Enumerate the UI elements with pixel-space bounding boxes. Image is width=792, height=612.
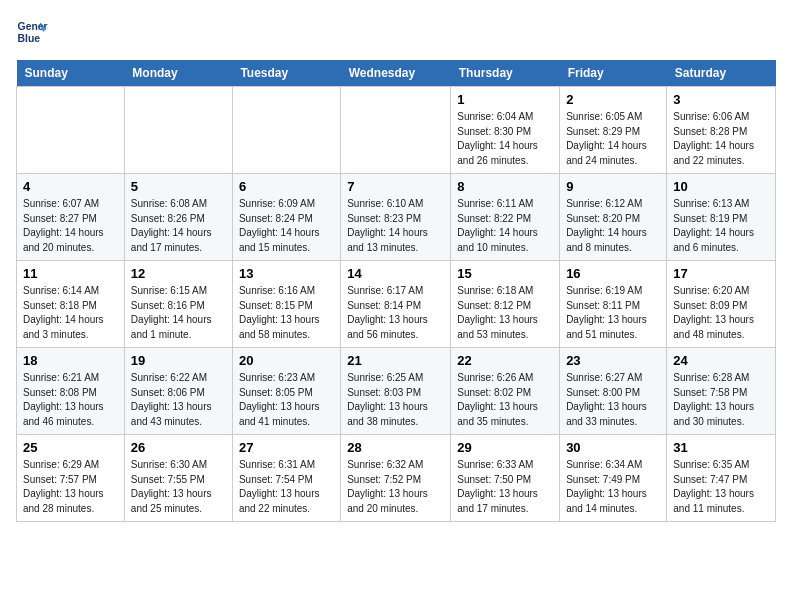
calendar-cell: 20Sunrise: 6:23 AM Sunset: 8:05 PM Dayli… (232, 348, 340, 435)
weekday-header-wednesday: Wednesday (341, 60, 451, 87)
day-info: Sunrise: 6:30 AM Sunset: 7:55 PM Dayligh… (131, 458, 226, 516)
week-row-5: 25Sunrise: 6:29 AM Sunset: 7:57 PM Dayli… (17, 435, 776, 522)
calendar-cell: 28Sunrise: 6:32 AM Sunset: 7:52 PM Dayli… (341, 435, 451, 522)
svg-text:Blue: Blue (18, 33, 41, 44)
calendar-cell: 9Sunrise: 6:12 AM Sunset: 8:20 PM Daylig… (560, 174, 667, 261)
day-info: Sunrise: 6:29 AM Sunset: 7:57 PM Dayligh… (23, 458, 118, 516)
day-number: 24 (673, 353, 769, 368)
day-number: 5 (131, 179, 226, 194)
day-number: 22 (457, 353, 553, 368)
weekday-header-tuesday: Tuesday (232, 60, 340, 87)
calendar-cell: 11Sunrise: 6:14 AM Sunset: 8:18 PM Dayli… (17, 261, 125, 348)
calendar-cell: 14Sunrise: 6:17 AM Sunset: 8:14 PM Dayli… (341, 261, 451, 348)
calendar-cell: 3Sunrise: 6:06 AM Sunset: 8:28 PM Daylig… (667, 87, 776, 174)
day-number: 25 (23, 440, 118, 455)
calendar-cell: 22Sunrise: 6:26 AM Sunset: 8:02 PM Dayli… (451, 348, 560, 435)
day-info: Sunrise: 6:13 AM Sunset: 8:19 PM Dayligh… (673, 197, 769, 255)
day-number: 27 (239, 440, 334, 455)
day-info: Sunrise: 6:25 AM Sunset: 8:03 PM Dayligh… (347, 371, 444, 429)
day-info: Sunrise: 6:33 AM Sunset: 7:50 PM Dayligh… (457, 458, 553, 516)
calendar-cell: 29Sunrise: 6:33 AM Sunset: 7:50 PM Dayli… (451, 435, 560, 522)
day-number: 8 (457, 179, 553, 194)
calendar-cell: 27Sunrise: 6:31 AM Sunset: 7:54 PM Dayli… (232, 435, 340, 522)
day-number: 6 (239, 179, 334, 194)
weekday-header-thursday: Thursday (451, 60, 560, 87)
header: General Blue (16, 16, 776, 48)
day-info: Sunrise: 6:26 AM Sunset: 8:02 PM Dayligh… (457, 371, 553, 429)
calendar-cell: 13Sunrise: 6:16 AM Sunset: 8:15 PM Dayli… (232, 261, 340, 348)
day-info: Sunrise: 6:27 AM Sunset: 8:00 PM Dayligh… (566, 371, 660, 429)
day-number: 21 (347, 353, 444, 368)
calendar-cell: 16Sunrise: 6:19 AM Sunset: 8:11 PM Dayli… (560, 261, 667, 348)
calendar-cell: 8Sunrise: 6:11 AM Sunset: 8:22 PM Daylig… (451, 174, 560, 261)
calendar-cell: 6Sunrise: 6:09 AM Sunset: 8:24 PM Daylig… (232, 174, 340, 261)
day-number: 10 (673, 179, 769, 194)
day-info: Sunrise: 6:23 AM Sunset: 8:05 PM Dayligh… (239, 371, 334, 429)
calendar-cell: 4Sunrise: 6:07 AM Sunset: 8:27 PM Daylig… (17, 174, 125, 261)
calendar-cell: 31Sunrise: 6:35 AM Sunset: 7:47 PM Dayli… (667, 435, 776, 522)
calendar-cell: 21Sunrise: 6:25 AM Sunset: 8:03 PM Dayli… (341, 348, 451, 435)
day-number: 19 (131, 353, 226, 368)
day-number: 13 (239, 266, 334, 281)
calendar-cell: 24Sunrise: 6:28 AM Sunset: 7:58 PM Dayli… (667, 348, 776, 435)
logo: General Blue (16, 16, 48, 48)
day-number: 23 (566, 353, 660, 368)
weekday-header-friday: Friday (560, 60, 667, 87)
day-number: 16 (566, 266, 660, 281)
calendar-cell: 2Sunrise: 6:05 AM Sunset: 8:29 PM Daylig… (560, 87, 667, 174)
day-number: 26 (131, 440, 226, 455)
calendar-cell: 10Sunrise: 6:13 AM Sunset: 8:19 PM Dayli… (667, 174, 776, 261)
calendar-cell: 18Sunrise: 6:21 AM Sunset: 8:08 PM Dayli… (17, 348, 125, 435)
day-info: Sunrise: 6:17 AM Sunset: 8:14 PM Dayligh… (347, 284, 444, 342)
day-info: Sunrise: 6:18 AM Sunset: 8:12 PM Dayligh… (457, 284, 553, 342)
calendar-cell (17, 87, 125, 174)
day-info: Sunrise: 6:31 AM Sunset: 7:54 PM Dayligh… (239, 458, 334, 516)
day-info: Sunrise: 6:12 AM Sunset: 8:20 PM Dayligh… (566, 197, 660, 255)
calendar-cell: 17Sunrise: 6:20 AM Sunset: 8:09 PM Dayli… (667, 261, 776, 348)
day-number: 12 (131, 266, 226, 281)
day-number: 15 (457, 266, 553, 281)
day-info: Sunrise: 6:21 AM Sunset: 8:08 PM Dayligh… (23, 371, 118, 429)
day-info: Sunrise: 6:07 AM Sunset: 8:27 PM Dayligh… (23, 197, 118, 255)
weekday-header-sunday: Sunday (17, 60, 125, 87)
calendar-cell: 25Sunrise: 6:29 AM Sunset: 7:57 PM Dayli… (17, 435, 125, 522)
day-number: 14 (347, 266, 444, 281)
week-row-3: 11Sunrise: 6:14 AM Sunset: 8:18 PM Dayli… (17, 261, 776, 348)
calendar-cell (341, 87, 451, 174)
day-info: Sunrise: 6:19 AM Sunset: 8:11 PM Dayligh… (566, 284, 660, 342)
week-row-2: 4Sunrise: 6:07 AM Sunset: 8:27 PM Daylig… (17, 174, 776, 261)
day-info: Sunrise: 6:05 AM Sunset: 8:29 PM Dayligh… (566, 110, 660, 168)
day-number: 20 (239, 353, 334, 368)
week-row-4: 18Sunrise: 6:21 AM Sunset: 8:08 PM Dayli… (17, 348, 776, 435)
day-number: 30 (566, 440, 660, 455)
calendar-cell: 26Sunrise: 6:30 AM Sunset: 7:55 PM Dayli… (124, 435, 232, 522)
calendar-cell (124, 87, 232, 174)
calendar-cell: 19Sunrise: 6:22 AM Sunset: 8:06 PM Dayli… (124, 348, 232, 435)
weekday-header-monday: Monday (124, 60, 232, 87)
day-number: 3 (673, 92, 769, 107)
day-info: Sunrise: 6:15 AM Sunset: 8:16 PM Dayligh… (131, 284, 226, 342)
day-number: 11 (23, 266, 118, 281)
day-number: 17 (673, 266, 769, 281)
day-info: Sunrise: 6:08 AM Sunset: 8:26 PM Dayligh… (131, 197, 226, 255)
day-number: 2 (566, 92, 660, 107)
day-info: Sunrise: 6:35 AM Sunset: 7:47 PM Dayligh… (673, 458, 769, 516)
calendar-cell: 23Sunrise: 6:27 AM Sunset: 8:00 PM Dayli… (560, 348, 667, 435)
day-info: Sunrise: 6:34 AM Sunset: 7:49 PM Dayligh… (566, 458, 660, 516)
day-number: 1 (457, 92, 553, 107)
weekday-header-saturday: Saturday (667, 60, 776, 87)
calendar-cell: 5Sunrise: 6:08 AM Sunset: 8:26 PM Daylig… (124, 174, 232, 261)
calendar-cell: 30Sunrise: 6:34 AM Sunset: 7:49 PM Dayli… (560, 435, 667, 522)
calendar-cell: 15Sunrise: 6:18 AM Sunset: 8:12 PM Dayli… (451, 261, 560, 348)
calendar-cell: 7Sunrise: 6:10 AM Sunset: 8:23 PM Daylig… (341, 174, 451, 261)
week-row-1: 1Sunrise: 6:04 AM Sunset: 8:30 PM Daylig… (17, 87, 776, 174)
day-number: 28 (347, 440, 444, 455)
calendar-cell: 12Sunrise: 6:15 AM Sunset: 8:16 PM Dayli… (124, 261, 232, 348)
day-info: Sunrise: 6:32 AM Sunset: 7:52 PM Dayligh… (347, 458, 444, 516)
calendar-cell: 1Sunrise: 6:04 AM Sunset: 8:30 PM Daylig… (451, 87, 560, 174)
day-number: 4 (23, 179, 118, 194)
calendar-cell (232, 87, 340, 174)
day-info: Sunrise: 6:16 AM Sunset: 8:15 PM Dayligh… (239, 284, 334, 342)
day-info: Sunrise: 6:11 AM Sunset: 8:22 PM Dayligh… (457, 197, 553, 255)
calendar-table: SundayMondayTuesdayWednesdayThursdayFrid… (16, 60, 776, 522)
